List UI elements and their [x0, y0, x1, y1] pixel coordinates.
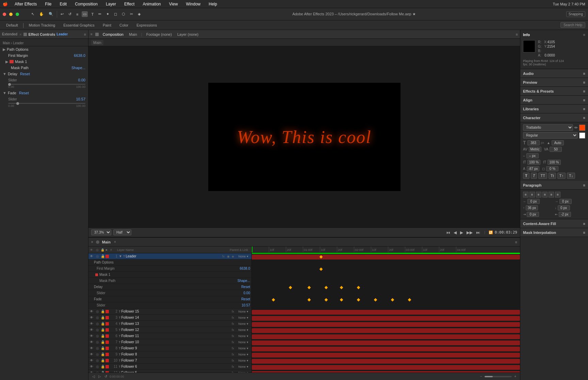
- baseline-val[interactable]: -87 px: [527, 166, 540, 171]
- tool-pen[interactable]: ✏: [97, 11, 103, 17]
- paragraph-menu-icon[interactable]: ≡: [583, 183, 585, 187]
- tl-play-start[interactable]: ▷: [97, 374, 102, 379]
- solo-icon[interactable]: ◎: [96, 310, 101, 313]
- layer-3d-icon[interactable]: ◉: [227, 255, 232, 258]
- menu-window[interactable]: Window: [185, 2, 202, 6]
- keyframe[interactable]: [325, 286, 328, 289]
- tracking-va-val[interactable]: 50: [550, 147, 562, 152]
- parent-value[interactable]: None ▾: [236, 347, 250, 350]
- lock-icon[interactable]: 🔒: [101, 334, 105, 338]
- delay-slider-track[interactable]: [8, 84, 85, 85]
- layer-row[interactable]: 👁 ◎ 🔒 11 T Follower 6 fx None ▾: [88, 364, 251, 370]
- track-bar[interactable]: [252, 334, 520, 339]
- content-aware-menu-icon[interactable]: ≡: [583, 222, 585, 226]
- solo-icon[interactable]: ◎: [96, 254, 101, 258]
- space-after-val[interactable]: 0 px: [558, 205, 570, 210]
- ws-tab-motion[interactable]: Motion Tracking: [26, 22, 59, 28]
- tool-selection[interactable]: ↖: [30, 11, 36, 17]
- effects-presets-menu-icon[interactable]: ≡: [583, 89, 585, 93]
- solo-icon[interactable]: ◎: [96, 359, 101, 362]
- keyframe[interactable]: [391, 298, 394, 302]
- delay-reset-sub[interactable]: Reset: [241, 285, 250, 289]
- track-bar-1[interactable]: [252, 255, 520, 259]
- effects-presets-section-header[interactable]: Effects & Presets ≡: [520, 87, 588, 96]
- layer-row[interactable]: 👁 ◎ 🔒 12 T Follower 5 fx None ▾: [88, 370, 251, 373]
- track-bar[interactable]: [252, 322, 520, 327]
- ws-tab-paint[interactable]: Paint: [99, 22, 115, 28]
- track-bar[interactable]: [252, 371, 520, 373]
- lock-icon[interactable]: 🔒: [101, 254, 105, 258]
- align-right-btn[interactable]: ≡: [536, 192, 541, 197]
- end-frame[interactable]: ⏭: [475, 229, 481, 236]
- track-bar[interactable]: [252, 310, 520, 315]
- fade-expand-icon[interactable]: ▼: [3, 91, 6, 95]
- keyframe[interactable]: [272, 298, 275, 302]
- parent-value[interactable]: None ▾: [236, 310, 250, 313]
- tsume-val[interactable]: 0 %: [546, 166, 558, 171]
- layer-row[interactable]: 👁 ◎ 🔒 10 T Follower 7 fx None ▾: [88, 358, 251, 364]
- first-margin-sub-val[interactable]: 6638.0: [240, 267, 250, 270]
- tl-zoom-out[interactable]: −: [479, 374, 483, 379]
- font-size-val[interactable]: 383: [527, 140, 540, 145]
- keyframe[interactable]: [408, 298, 411, 302]
- track-bar[interactable]: [252, 365, 520, 370]
- eye-icon[interactable]: 👁: [90, 328, 96, 332]
- super-button[interactable]: T↑: [557, 173, 566, 179]
- fade-reset-sub[interactable]: Reset: [241, 297, 250, 301]
- parent-value[interactable]: None ▾: [236, 341, 250, 344]
- track-bar[interactable]: [252, 341, 520, 345]
- tab-layer[interactable]: Layer (none): [176, 32, 200, 37]
- maskpath-sub-val[interactable]: Shape...: [238, 279, 250, 283]
- edit-font-icon[interactable]: ✏: [574, 125, 578, 130]
- scale-h-val[interactable]: 100 %: [527, 160, 540, 165]
- tool-roto[interactable]: ⬡: [120, 11, 127, 17]
- tl-loop[interactable]: ↺: [103, 374, 108, 379]
- track-bar[interactable]: [252, 316, 520, 321]
- layer-row[interactable]: 👁 ◎ 🔒 1 ▼ T Leader fx ◉ ◈ None ▾: [88, 253, 251, 259]
- layer-row[interactable]: 👁 ◎ 🔒 7 T Follower 10 fx None ▾: [88, 339, 251, 345]
- parent-value[interactable]: None ▾: [236, 353, 250, 356]
- menu-composition[interactable]: Composition: [74, 2, 99, 6]
- solo-icon[interactable]: ◎: [96, 346, 101, 350]
- timeline-panel-menu[interactable]: ≡: [515, 240, 517, 244]
- first-margin-value[interactable]: 6638.0: [74, 53, 85, 58]
- ws-tab-essential[interactable]: Essential Graphics: [60, 22, 98, 28]
- eye-icon[interactable]: 👁: [90, 340, 96, 344]
- lock-icon[interactable]: 🔒: [101, 352, 105, 356]
- lock-icon[interactable]: 🔒: [101, 365, 105, 368]
- panel-menu-icon[interactable]: ≡: [84, 32, 86, 36]
- eye-icon[interactable]: 👁: [90, 316, 96, 319]
- tracking-right-val[interactable]: -2 px: [559, 212, 571, 217]
- eye-icon[interactable]: 👁: [90, 365, 96, 368]
- tool-camera[interactable]: ✂: [129, 11, 134, 17]
- eye-icon[interactable]: 👁: [90, 359, 96, 362]
- align-justify-all-btn[interactable]: ≡: [555, 192, 560, 197]
- solo-icon[interactable]: ◎: [96, 334, 101, 338]
- tracking-left-val[interactable]: 0 px: [527, 212, 539, 217]
- delay-expand-icon[interactable]: ▼: [3, 72, 6, 76]
- audio-section-header[interactable]: Audio ≡: [520, 69, 588, 78]
- fade-value[interactable]: 10.57: [76, 97, 85, 101]
- snapping-toggle[interactable]: Snapping: [566, 11, 585, 17]
- font-select[interactable]: Trattatello: [523, 124, 573, 131]
- tool-eraser[interactable]: ◻: [113, 11, 118, 17]
- lock-icon[interactable]: 🔒: [101, 322, 105, 326]
- layer-row[interactable]: 👁 ◎ 🔒 6 T Follower 11 fx None ▾: [88, 333, 251, 339]
- eye-icon[interactable]: 👁: [90, 322, 96, 326]
- tab-main[interactable]: Main: [128, 32, 138, 37]
- align-menu-icon[interactable]: ≡: [583, 98, 585, 102]
- solo-icon[interactable]: ◎: [96, 365, 101, 368]
- loop-icon[interactable]: 🔁: [489, 231, 493, 234]
- fade-slider-thumb[interactable]: [16, 102, 19, 105]
- align-left-btn[interactable]: ≡: [523, 192, 528, 197]
- layer-fx-icon[interactable]: fx: [232, 353, 236, 356]
- breadcrumb-main[interactable]: Main: [91, 40, 103, 45]
- indent-right-val[interactable]: 0 px: [559, 199, 572, 204]
- layer-fx-icon[interactable]: fx: [232, 328, 236, 332]
- ws-tab-color[interactable]: Color: [116, 22, 132, 28]
- eye-icon[interactable]: 👁: [90, 254, 96, 258]
- solo-icon[interactable]: ◎: [96, 340, 101, 344]
- text-color-swatch[interactable]: [579, 125, 585, 131]
- lock-icon[interactable]: 🔒: [101, 346, 105, 350]
- expand-arrow[interactable]: ▼: [119, 254, 122, 258]
